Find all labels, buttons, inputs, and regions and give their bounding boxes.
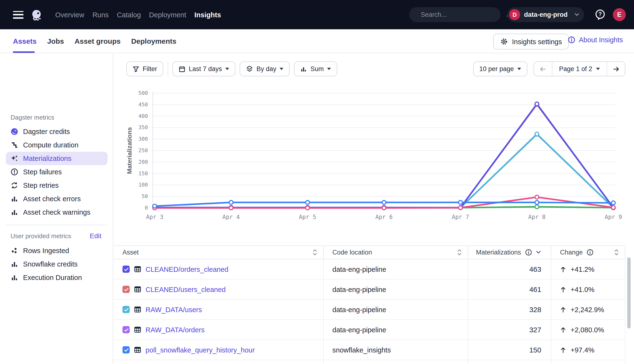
granularity-dropdown[interactable]: By day bbox=[240, 62, 290, 76]
chart-point[interactable] bbox=[535, 132, 539, 136]
row-checkbox[interactable] bbox=[122, 266, 130, 273]
nav-item-insights[interactable]: Insights bbox=[194, 11, 221, 18]
table-scrollbar[interactable] bbox=[627, 258, 631, 328]
chart-toolbar: Filter Last 7 days By day Sum bbox=[126, 62, 337, 76]
chart-point[interactable] bbox=[458, 200, 462, 204]
sidebar-item-dagster-credits[interactable]: Dagster credits bbox=[0, 125, 113, 138]
filter-button[interactable]: Filter bbox=[126, 62, 163, 76]
chart-point[interactable] bbox=[535, 200, 539, 204]
column-header-code-location[interactable]: Code location bbox=[324, 246, 468, 259]
nav-item-deployment[interactable]: Deployment bbox=[149, 11, 186, 18]
chart-point[interactable] bbox=[229, 206, 233, 210]
chart-point[interactable] bbox=[306, 206, 310, 210]
table-row: CLEANED/orders_cleaneddata-eng-pipeline4… bbox=[114, 259, 625, 280]
previous-page-button[interactable] bbox=[534, 62, 552, 76]
dagster-logo-icon[interactable] bbox=[30, 8, 43, 21]
table-body: CLEANED/orders_cleaneddata-eng-pipeline4… bbox=[114, 259, 625, 364]
chart-point[interactable] bbox=[229, 200, 233, 204]
asset-link[interactable]: RAW_DATA/users bbox=[146, 306, 202, 313]
sidebar-item-materializations[interactable]: Materializations bbox=[0, 152, 113, 165]
chart-point[interactable] bbox=[535, 205, 539, 209]
chart-point[interactable] bbox=[306, 200, 310, 204]
refresh-icon bbox=[10, 182, 18, 189]
nav-item-runs[interactable]: Runs bbox=[92, 11, 109, 18]
help-icon[interactable]: ? bbox=[594, 9, 606, 21]
pagination-control: Page 1 of 2 bbox=[534, 62, 625, 76]
row-checkbox[interactable] bbox=[122, 346, 130, 354]
code-location-cell: data-eng-pipeline bbox=[324, 280, 468, 299]
chart-line-CLEANED/users_cleaned bbox=[155, 104, 613, 208]
pagination-toolbar: 10 per page Page 1 of 2 bbox=[473, 62, 625, 76]
sidebar-item-step-retries[interactable]: Step retries bbox=[0, 179, 113, 192]
y-axis-tick-label: 450 bbox=[138, 102, 148, 108]
date-range-dropdown[interactable]: Last 7 days bbox=[172, 62, 235, 76]
asset-link[interactable]: RAW_DATA/orders bbox=[146, 326, 204, 334]
code-location-cell: snowflake_insights bbox=[324, 340, 468, 360]
nav-item-overview[interactable]: Overview bbox=[55, 11, 84, 18]
user-avatar[interactable]: E bbox=[613, 8, 626, 21]
edit-metrics-link[interactable]: Edit bbox=[90, 232, 101, 240]
deployment-name: data-eng-prod bbox=[524, 11, 574, 18]
chart-point[interactable] bbox=[458, 206, 462, 210]
next-page-button[interactable] bbox=[607, 62, 625, 76]
sidebar-item-compute-duration[interactable]: Compute duration bbox=[0, 138, 113, 152]
insights-settings-button[interactable]: Insights settings bbox=[493, 34, 569, 50]
tab-jobs[interactable]: Jobs bbox=[47, 37, 64, 45]
chart-point[interactable] bbox=[612, 206, 615, 209]
chart-point[interactable] bbox=[153, 204, 156, 208]
deployment-switcher[interactable]: D data-eng-prod bbox=[507, 7, 584, 22]
change-cell: +2,080.0% bbox=[552, 320, 625, 340]
asset-link[interactable]: CLEANED/users_cleaned bbox=[146, 286, 226, 293]
sidebar-item-rows-ingested[interactable]: Rows Ingested bbox=[0, 244, 113, 258]
y-axis-tick-label: 0 bbox=[145, 205, 148, 211]
bar-chart-icon bbox=[10, 274, 18, 282]
page-selector-dropdown[interactable]: Page 1 of 2 bbox=[552, 62, 607, 76]
column-header-asset[interactable]: Asset bbox=[114, 246, 324, 259]
nav-item-catalog[interactable]: Catalog bbox=[117, 11, 141, 18]
table-header: Asset Code location Materializations Cha… bbox=[114, 246, 625, 259]
about-insights-link[interactable]: About Insights bbox=[568, 36, 623, 44]
materializations-line-chart[interactable]: 050100150200250300350400450500Apr 3Apr 4… bbox=[113, 81, 624, 226]
sidebar-item-step-failures[interactable]: Step failures bbox=[0, 165, 113, 179]
row-checkbox[interactable] bbox=[122, 306, 130, 313]
sidebar-item-execution-duration[interactable]: Execution Duration bbox=[0, 271, 113, 284]
asset-link[interactable]: CLEANED/orders_cleaned bbox=[146, 265, 228, 273]
tab-deployments[interactable]: Deployments bbox=[131, 37, 176, 45]
asset-link[interactable]: poll_snowflake_query_history_hour bbox=[146, 346, 255, 354]
row-checkbox[interactable] bbox=[122, 326, 130, 333]
top-navigation-bar: Overview Runs Catalog Deployment Insight… bbox=[0, 0, 634, 29]
alert-circle-icon bbox=[10, 168, 18, 176]
materializations-cell: 327 bbox=[468, 320, 552, 340]
calendar-icon bbox=[179, 66, 186, 72]
chart-point[interactable] bbox=[382, 200, 386, 204]
hamburger-menu-icon[interactable] bbox=[13, 11, 24, 18]
table-row: poll_snowflake_query_history_hoursnowfla… bbox=[114, 340, 625, 360]
sidebar-item-asset-check-warnings[interactable]: Asset check warnings bbox=[0, 206, 113, 219]
materializations-cell: 328 bbox=[468, 300, 552, 319]
change-cell bbox=[552, 360, 625, 364]
change-cell: +2,242.9% bbox=[552, 300, 625, 319]
sidebar-item-snowflake-credits[interactable]: Snowflake credits bbox=[0, 258, 113, 271]
column-header-change[interactable]: Change bbox=[552, 246, 625, 259]
dagster-logo-icon bbox=[10, 128, 18, 136]
search-input[interactable] bbox=[420, 10, 507, 19]
per-page-dropdown[interactable]: 10 per page bbox=[473, 62, 527, 76]
insights-sub-navigation: Assets Jobs Asset groups Deployments Ins… bbox=[0, 29, 634, 53]
asset-cell: CLEANED/orders_cleaned bbox=[114, 259, 324, 279]
tab-assets[interactable]: Assets bbox=[13, 37, 36, 45]
column-header-materializations[interactable]: Materializations bbox=[468, 246, 552, 259]
chart-point[interactable] bbox=[612, 201, 615, 205]
search-box[interactable]: / bbox=[409, 7, 500, 22]
row-checkbox[interactable] bbox=[122, 286, 130, 293]
x-axis-tick-label: Apr 9 bbox=[605, 214, 622, 220]
chart-point[interactable] bbox=[382, 206, 386, 210]
caret-down-icon bbox=[327, 68, 331, 70]
chart-point[interactable] bbox=[535, 195, 539, 199]
chart-point[interactable] bbox=[535, 102, 539, 106]
sidebar-item-asset-check-errors[interactable]: Asset check errors bbox=[0, 192, 113, 206]
code-location-cell: data-eng-pipeline bbox=[324, 300, 468, 319]
arrow-up-icon bbox=[560, 286, 566, 293]
change-cell: +97.4% bbox=[552, 340, 625, 360]
aggregation-dropdown[interactable]: Sum bbox=[294, 62, 338, 76]
tab-asset-groups[interactable]: Asset groups bbox=[74, 37, 120, 45]
